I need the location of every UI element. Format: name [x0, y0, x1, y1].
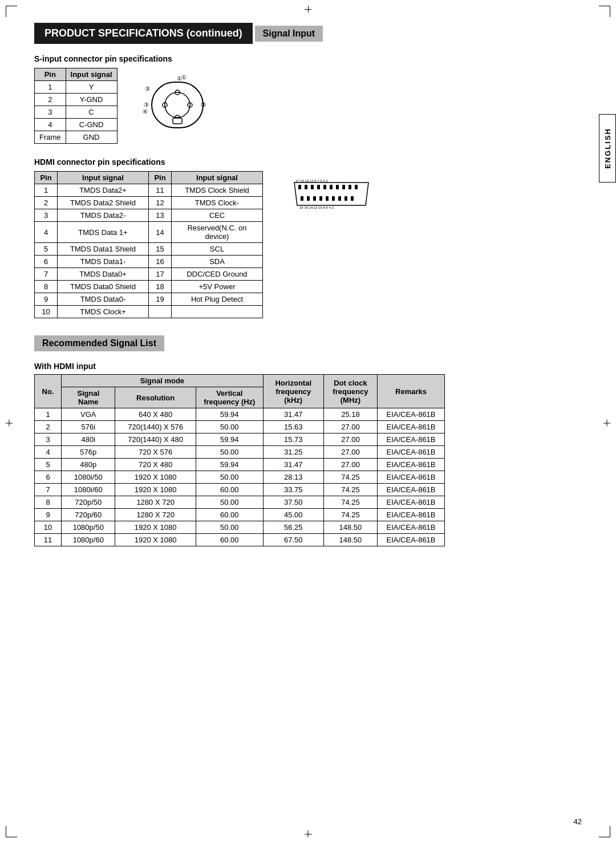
- table-row: 1VGA640 X 48059.9431.4725.18EIA/CEA-861B: [35, 408, 445, 421]
- svg-rect-19: [330, 185, 333, 189]
- table-row: 101080p/501920 X 108050.0056.25148.50EIA…: [35, 521, 445, 534]
- svg-rect-24: [301, 196, 303, 201]
- svg-text:③: ③: [143, 102, 148, 108]
- hdmi-pin-subsection-title: HDMI connector pin specifications: [34, 157, 582, 167]
- crosshair-right: [603, 420, 610, 424]
- corner-mark-bl: [6, 826, 17, 837]
- svg-rect-22: [348, 185, 351, 189]
- table-row: 2TMDS Data2 Shield12TMDS Clock-: [35, 197, 263, 209]
- hdmi-col-signal1: Input signal: [58, 172, 149, 184]
- table-row: 10TMDS Clock+: [35, 306, 263, 318]
- signal-col-mode: Signal mode: [62, 375, 264, 387]
- table-row: 3480i720(1440) X 48059.9415.7327.00EIA/C…: [35, 433, 445, 446]
- hdmi-col-pin1: Pin: [35, 172, 58, 184]
- svg-rect-21: [342, 185, 345, 189]
- corner-mark-tr: [599, 6, 610, 17]
- svg-rect-18: [323, 185, 326, 189]
- table-row: 8TMDS Data0 Shield18+5V Power: [35, 281, 263, 293]
- svg-rect-28: [326, 196, 329, 201]
- with-hdmi-title: With HDMI input: [34, 362, 582, 371]
- s-input-col-pin: Pin: [35, 68, 66, 81]
- table-row: 4TMDS Data 1+14Reserved(N.C. on device): [35, 222, 263, 243]
- table-row: 4576p720 X 57650.0031.2527.00EIA/CEA-861…: [35, 446, 445, 459]
- svg-rect-14: [298, 185, 301, 189]
- crosshair-bottom: [308, 830, 309, 837]
- signal-list-table: No. Signal mode Horizontal frequency (kH…: [34, 374, 445, 546]
- table-row: 7TMDS Data0+17DDC/CED Ground: [35, 268, 263, 281]
- crosshair-left: [6, 420, 13, 424]
- svg-rect-26: [313, 196, 316, 201]
- signal-col-resolution: Resolution: [115, 387, 196, 408]
- svg-rect-16: [311, 185, 314, 189]
- table-row: 5TMDS Data1 Shield15SCL: [35, 243, 263, 256]
- hdmi-col-pin2: Pin: [149, 172, 172, 184]
- table-row: 6TMDS Data1-16SDA: [35, 256, 263, 268]
- s-input-col-signal: Input signal: [66, 68, 117, 81]
- svg-text:18 16 14 12 10  8  6  4  2: 18 16 14 12 10 8 6 4 2: [299, 206, 334, 209]
- table-row: 1Y: [35, 81, 117, 94]
- svg-text:②: ②: [201, 102, 206, 108]
- svg-rect-23: [355, 185, 358, 189]
- s-connector-diagram: ① ② ③ ① ② ③ ④: [140, 74, 214, 136]
- svg-rect-30: [338, 196, 341, 201]
- signal-col-dotclock: Dot clock frequency (MHz): [323, 375, 377, 408]
- main-title: PRODUCT SPECIFICATIONS (continued): [34, 23, 253, 44]
- table-row: 5480p720 X 48059.9431.4727.00EIA/CEA-861…: [35, 459, 445, 471]
- signal-col-name: Signal Name: [62, 387, 115, 408]
- table-row: 3C: [35, 106, 117, 119]
- signal-col-no: No.: [35, 375, 62, 408]
- svg-rect-6: [173, 118, 182, 124]
- svg-rect-17: [317, 185, 320, 189]
- english-label: ENGLISH: [603, 128, 612, 169]
- table-row: 2Y-GND: [35, 94, 117, 106]
- recommended-section-title: Recommended Signal List: [34, 335, 164, 351]
- table-row: 61080i/501920 X 108050.0028.1374.25EIA/C…: [35, 471, 445, 484]
- hdmi-pin-table: Pin Input signal Pin Input signal 1TMDS …: [34, 171, 263, 318]
- table-row: 3TMDS Data2-13CEC: [35, 209, 263, 222]
- corner-mark-tl: [6, 6, 17, 17]
- svg-rect-27: [319, 196, 322, 201]
- svg-text:③: ③: [145, 86, 150, 92]
- table-row: FrameGND: [35, 131, 117, 144]
- s-input-table: Pin Input signal 1Y2Y-GND3C4C-GNDFrameGN…: [34, 68, 117, 144]
- table-row: 1TMDS Data2+11TMDS Clock Shield: [35, 184, 263, 197]
- svg-rect-32: [351, 196, 354, 201]
- crosshair-top: [302, 6, 314, 17]
- svg-text:④: ④: [143, 108, 148, 115]
- svg-point-1: [165, 92, 190, 117]
- s-input-subsection-title: S-input connector pin specifications: [34, 54, 582, 63]
- page-number: 42: [574, 817, 582, 826]
- corner-mark-br: [599, 826, 610, 837]
- table-row: 4C-GND: [35, 119, 117, 131]
- signal-col-remarks: Remarks: [378, 375, 445, 408]
- svg-rect-15: [305, 185, 307, 189]
- signal-col-hfreq: Horizontal frequency (kHz): [263, 375, 323, 408]
- page: ENGLISH PRODUCT SPECIFICATIONS (continue…: [0, 0, 616, 843]
- hdmi-col-signal2: Input signal: [172, 172, 263, 184]
- svg-rect-25: [307, 196, 310, 201]
- table-row: 8720p/501280 X 72050.0037.5074.25EIA/CEA…: [35, 496, 445, 509]
- hdmi-connector-diagram: 17 15 13 11 9 7 5 3 1 18 16 14 12 10 8 6…: [291, 177, 371, 213]
- svg-text:17 15 13 11  9  7  5  3  1: 17 15 13 11 9 7 5 3 1: [295, 179, 328, 183]
- hdmi-section: Pin Input signal Pin Input signal 1TMDS …: [34, 171, 582, 318]
- table-row: 111080p/601920 X 108060.0067.50148.50EIA…: [35, 534, 445, 546]
- signal-col-vfreq: Vertical frequency (Hz): [196, 387, 263, 408]
- table-row: 9720p/601280 X 72060.0045.0074.25EIA/CEA…: [35, 509, 445, 521]
- signal-input-section-title: Signal Input: [255, 26, 323, 42]
- svg-rect-29: [332, 196, 335, 201]
- svg-rect-31: [345, 196, 347, 201]
- table-row: 9TMDS Data0-19Hot Plug Detect: [35, 293, 263, 306]
- english-sidebar: ENGLISH: [599, 114, 616, 183]
- svg-rect-20: [336, 185, 339, 189]
- s-input-section: Pin Input signal 1Y2Y-GND3C4C-GNDFrameGN…: [34, 68, 582, 144]
- svg-text:①: ①: [181, 74, 187, 80]
- recommended-signal-section: Recommended Signal List With HDMI input …: [34, 335, 582, 546]
- table-row: 71080i/601920 X 108060.0033.7574.25EIA/C…: [35, 484, 445, 496]
- table-row: 2576i720(1440) X 57650.0015.6327.00EIA/C…: [35, 421, 445, 433]
